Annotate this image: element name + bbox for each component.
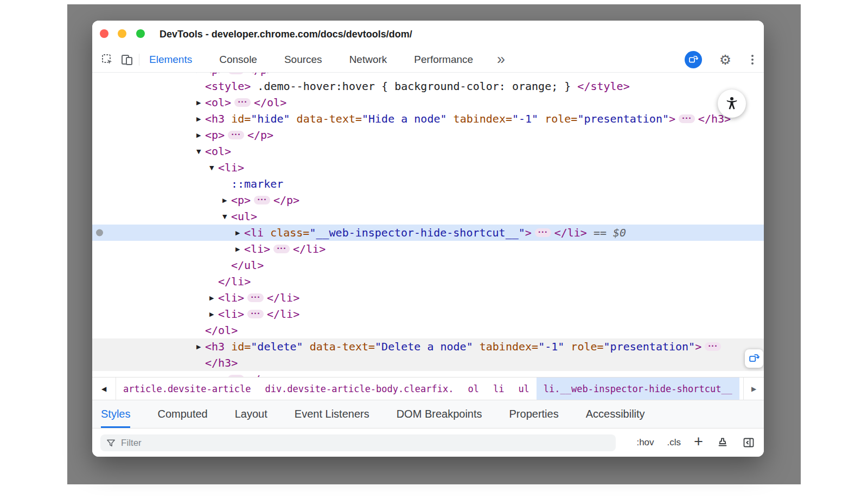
breadcrumb-scroll-left-icon[interactable]: ◀ [92, 378, 116, 400]
accessibility-person-icon [724, 95, 740, 112]
tab-elements[interactable]: Elements [149, 54, 192, 66]
breadcrumb-item[interactable]: ul [511, 378, 536, 400]
dom-tree-row[interactable]: ▶<p>···</p> [92, 73, 764, 78]
disclosure-triangle-icon[interactable]: ▶ [209, 311, 218, 317]
tab-dom-breakpoints[interactable]: DOM Breakpoints [397, 400, 482, 428]
tab-console[interactable]: Console [219, 54, 257, 66]
disclosure-triangle-icon[interactable]: ▶ [196, 344, 205, 350]
dom-tree-row[interactable]: ▶<p>···</p> [92, 371, 764, 377]
dom-tree-row[interactable]: ▶<li class="__web-inspector-hide-shortcu… [92, 225, 764, 241]
code-token: </ol> [205, 324, 238, 337]
ellipsis-expander[interactable]: ··· [705, 342, 721, 351]
new-style-rule-icon[interactable]: + [694, 434, 703, 450]
close-button[interactable] [100, 29, 108, 38]
ellipsis-expander[interactable]: ··· [228, 73, 244, 74]
disclosure-triangle-icon[interactable]: ▶ [235, 230, 244, 236]
tab-properties[interactable]: Properties [509, 400, 559, 428]
ellipsis-expander[interactable]: ··· [234, 98, 251, 107]
code-token: "delete" [251, 340, 303, 353]
code-token: </p> [247, 73, 273, 76]
code-token: <p> [205, 129, 225, 142]
disclosure-triangle-icon[interactable]: ▶ [235, 246, 244, 252]
disclosure-triangle-icon[interactable]: ▼ [222, 214, 231, 220]
disclosure-triangle-icon[interactable]: ▶ [196, 73, 205, 73]
code-token: </style> [577, 80, 629, 93]
ellipsis-expander[interactable]: ··· [273, 245, 290, 253]
code-token: .demo--hover:hover { background-color: o… [251, 80, 577, 93]
code-token: id= [225, 340, 251, 353]
code-token: </ul> [231, 259, 264, 272]
tab-network[interactable]: Network [349, 54, 387, 66]
dom-tree-row[interactable]: ▶<p>···</p> [92, 127, 764, 143]
dom-tree-row[interactable]: ▼<ol> [92, 143, 764, 159]
minimize-button[interactable] [118, 29, 126, 38]
ellipsis-expander[interactable]: ··· [679, 114, 695, 123]
ellipsis-expander[interactable]: ··· [228, 131, 244, 139]
more-options-icon[interactable] [749, 52, 756, 67]
dom-tree-row[interactable]: <style> .demo--hover:hover { background-… [92, 78, 764, 94]
settings-gear-icon[interactable]: ⚙ [716, 50, 735, 69]
filter-input-wrap[interactable] [100, 434, 616, 451]
disclosure-triangle-icon[interactable]: ▶ [196, 100, 205, 106]
breadcrumb-item[interactable]: article.devsite-article [116, 378, 258, 400]
accessibility-floating-button[interactable] [718, 89, 746, 118]
dom-tree-row[interactable]: </h3> [92, 355, 764, 371]
zoom-button[interactable] [136, 29, 145, 38]
tab-sources[interactable]: Sources [284, 54, 322, 66]
ellipsis-expander[interactable]: ··· [247, 310, 264, 318]
devtools-panel-tabs: ElementsConsoleSourcesNetworkPerformance [149, 47, 473, 72]
breadcrumb-item[interactable]: div.devsite-article-body.clearfix. [258, 378, 461, 400]
dom-tree-row[interactable]: ▶<h3 id="hide" data-text="Hide a node" t… [92, 111, 764, 127]
more-tabs-icon[interactable]: » [497, 52, 505, 67]
disclosure-triangle-icon[interactable]: ▶ [196, 132, 205, 138]
dom-tree-row[interactable]: ▶<li>···</li> [92, 306, 764, 322]
filter-input[interactable] [121, 438, 610, 449]
breadcrumb-item[interactable]: ol [461, 378, 486, 400]
floating-capture-button[interactable] [745, 349, 763, 368]
toggle-class-button[interactable]: .cls [667, 437, 681, 448]
disclosure-triangle-icon[interactable]: ▶ [222, 197, 231, 203]
ellipsis-expander[interactable]: ··· [254, 196, 270, 204]
dom-tree-row[interactable]: ▶<li>···</li> [92, 241, 764, 257]
dom-tree-row[interactable]: ▶<li>···</li> [92, 290, 764, 306]
tab-layout[interactable]: Layout [235, 400, 267, 428]
dom-tree-row[interactable]: ▶<p>···</p> [92, 192, 764, 208]
tab-accessibility[interactable]: Accessibility [586, 400, 645, 428]
toggle-sidebar-icon[interactable] [742, 436, 755, 449]
disclosure-triangle-icon[interactable]: ▶ [196, 116, 205, 122]
ellipsis-expander[interactable]: ··· [247, 293, 264, 302]
tab-computed[interactable]: Computed [157, 400, 207, 428]
tab-styles[interactable]: Styles [101, 400, 130, 428]
tab-performance[interactable]: Performance [414, 54, 473, 66]
code-token: </p> [247, 373, 273, 377]
toggle-element-state-button[interactable]: :hov [636, 437, 654, 448]
capture-icon [748, 353, 760, 364]
dom-tree-row[interactable]: ▼<li> [92, 159, 764, 176]
disclosure-triangle-icon[interactable]: ▼ [209, 165, 218, 171]
code-token: </h3> [205, 356, 238, 369]
code-token: </ol> [254, 96, 286, 109]
device-toolbar-icon[interactable] [117, 50, 137, 69]
dom-tree-row[interactable]: ▼<ul> [92, 208, 764, 225]
breadcrumb-item[interactable]: li.__web-inspector-hide-shortcut__ [537, 378, 739, 400]
code-token: </p> [247, 129, 273, 142]
capture-icon[interactable] [685, 51, 702, 68]
dom-tree-row[interactable]: ▶<ol>···</ol> [92, 94, 764, 111]
inspect-element-icon[interactable] [98, 50, 117, 69]
dom-tree-row[interactable]: ::marker [92, 176, 764, 192]
breadcrumb-item[interactable]: li [486, 378, 511, 400]
tab-event-listeners[interactable]: Event Listeners [295, 400, 369, 428]
toolbar-right-icons: ⚙ [685, 47, 756, 73]
stamp-icon[interactable] [716, 436, 729, 449]
dom-tree-row[interactable]: </ul> [92, 257, 764, 273]
dom-tree-row[interactable]: </li> [92, 273, 764, 290]
code-token: "Hide a node" [362, 112, 447, 125]
code-token: <p> [231, 194, 251, 207]
dom-tree-panel: ▶<p>···</p><style> .demo--hover:hover { … [92, 73, 764, 377]
dom-tree-row[interactable]: </ol> [92, 322, 764, 338]
disclosure-triangle-icon[interactable]: ▼ [196, 149, 205, 155]
ellipsis-expander[interactable]: ··· [535, 228, 551, 237]
disclosure-triangle-icon[interactable]: ▶ [209, 295, 218, 301]
breadcrumb-scroll-right-icon[interactable]: ▶ [743, 378, 764, 400]
dom-tree-row[interactable]: ▶<h3 id="delete" data-text="Delete a nod… [92, 338, 764, 355]
